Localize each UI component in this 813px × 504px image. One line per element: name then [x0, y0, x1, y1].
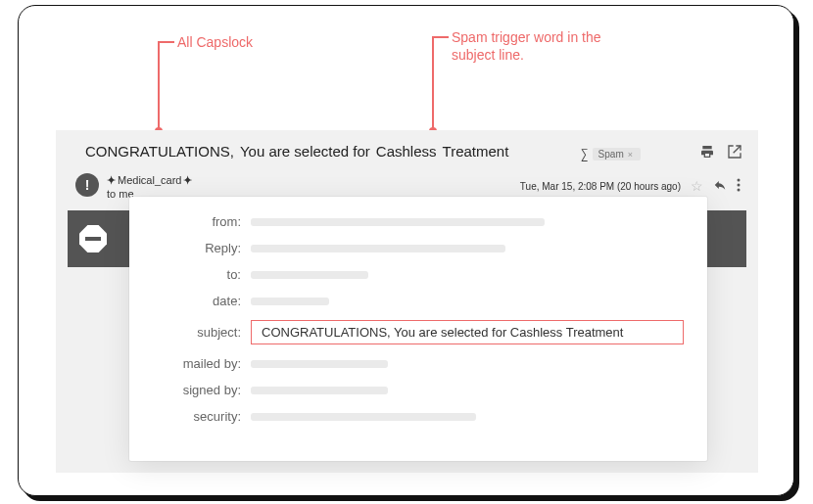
print-icon[interactable] [699, 144, 715, 160]
annotation-connector [159, 41, 174, 43]
reply-icon[interactable] [713, 178, 727, 194]
warning-icon [79, 225, 107, 252]
remove-label-icon[interactable]: × [628, 150, 633, 160]
placeholder [251, 298, 329, 305]
annotation-connector [433, 36, 449, 38]
svg-point-2 [738, 189, 741, 192]
header-label-subject: subject: [153, 325, 251, 340]
placeholder [251, 271, 368, 279]
placeholder [251, 218, 545, 226]
headers-popup: from: Reply: to: date: subject:CONGRATUL… [129, 197, 707, 461]
subject-prefix: CONGRATULATIONS, [85, 143, 234, 160]
annotation-capslock: All Capslock [177, 33, 253, 51]
placeholder [251, 413, 476, 421]
header-label-signed-by: signed by: [153, 383, 251, 397]
subject-suffix: Treatment [443, 143, 509, 160]
spam-label-group: ∑ Spam × [581, 147, 641, 161]
header-label-date: date: [153, 294, 251, 308]
email-timestamp: Tue, Mar 15, 2:08 PM (20 hours ago) [520, 181, 681, 192]
svg-point-0 [738, 179, 741, 182]
subject-mid: You are selected for [240, 143, 370, 160]
expand-icon[interactable]: ✦ [107, 173, 116, 187]
header-label-security: security: [153, 409, 251, 424]
placeholder [251, 387, 388, 394]
email-actions [699, 144, 742, 160]
annotation-connector [158, 41, 160, 129]
more-icon[interactable] [737, 178, 741, 194]
sender-name: Medical_card [118, 173, 181, 187]
header-label-mailed-by: mailed by: [153, 356, 251, 371]
annotation-spamword: Spam trigger word in the subject line. [452, 28, 647, 64]
placeholder [251, 245, 505, 252]
svg-point-1 [738, 184, 741, 187]
annotation-connector [432, 36, 434, 129]
label-indicator-icon: ∑ [581, 147, 587, 161]
email-subject: CONGRATULATIONS, You are selected for Ca… [85, 143, 508, 160]
open-new-window-icon[interactable] [727, 144, 742, 160]
spam-chip-text: Spam [598, 149, 624, 160]
email-meta: Tue, Mar 15, 2:08 PM (20 hours ago)☆ [520, 178, 741, 194]
header-label-to: to: [153, 267, 251, 282]
expand-icon[interactable]: ✦ [183, 173, 192, 187]
header-label-reply: Reply: [153, 241, 251, 255]
header-label-from: from: [153, 214, 251, 229]
header-subject-value: CONGRATULATIONS, You are selected for Ca… [251, 320, 684, 344]
spam-chip[interactable]: Spam × [593, 148, 641, 160]
sender-avatar: ! [75, 173, 99, 197]
subject-highlight: Cashless [376, 143, 437, 160]
email-view: CONGRATULATIONS, You are selected for Ca… [56, 130, 758, 473]
placeholder [251, 360, 388, 368]
star-icon[interactable]: ☆ [691, 178, 703, 194]
frame: All Capslock Spam trigger word in the su… [18, 5, 794, 496]
